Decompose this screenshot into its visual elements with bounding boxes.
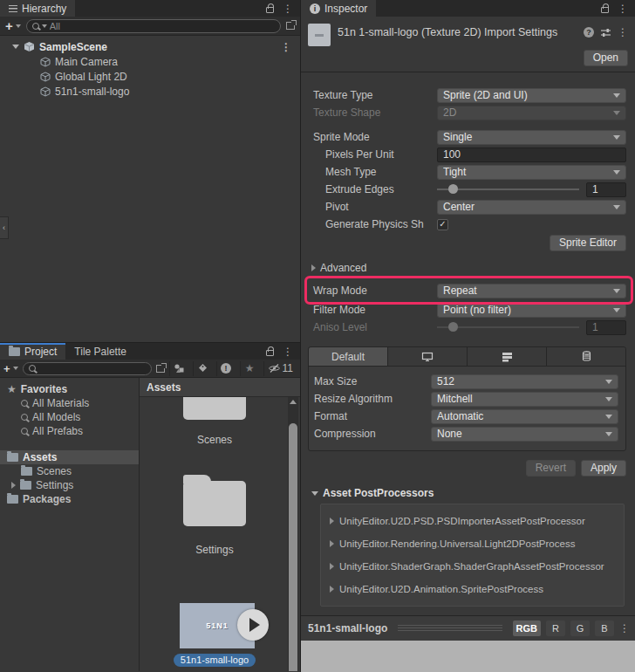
exclamation-icon: !	[221, 363, 231, 374]
favorite-all-materials[interactable]: All Materials	[0, 396, 139, 410]
format-dropdown[interactable]: Automatic	[431, 409, 618, 424]
scene-row[interactable]: SampleScene ⋮	[0, 39, 300, 54]
mesh-type-dropdown[interactable]: Tight	[437, 165, 626, 180]
search-by-type-button[interactable]	[169, 361, 188, 376]
folder-row-assets[interactable]: Assets	[0, 450, 139, 464]
advanced-foldout[interactable]: Advanced	[308, 261, 626, 275]
favorite-all-models[interactable]: All Models	[0, 410, 139, 424]
panel-menu-icon[interactable]: ⋮	[283, 346, 293, 357]
context-menu-icon[interactable]: ⋮	[618, 27, 628, 38]
filter-mode-dropdown[interactable]: Point (no filter)	[437, 303, 626, 318]
hierarchy-searchbox[interactable]	[26, 19, 281, 33]
search-by-label-button[interactable]	[193, 361, 212, 376]
extrude-edges-value[interactable]: 1	[586, 182, 626, 197]
scene-menu-icon[interactable]: ⋮	[281, 42, 300, 52]
wrap-mode-dropdown[interactable]: Repeat	[437, 284, 626, 298]
panel-collapse-handle[interactable]: ‹	[0, 216, 9, 239]
project-search-input[interactable]	[38, 363, 146, 374]
folder-row-settings[interactable]: Settings	[0, 478, 139, 492]
presets-icon[interactable]	[600, 28, 611, 38]
open-button[interactable]: Open	[584, 50, 628, 66]
create-object-button[interactable]: +	[5, 19, 21, 32]
panel-menu-icon[interactable]: ⋮	[618, 3, 628, 14]
settings-folder-thumbnail[interactable]	[183, 481, 246, 526]
resize-algorithm-dropdown[interactable]: Mitchell	[431, 392, 618, 407]
hidden-packages-button[interactable]: 11	[263, 361, 297, 376]
platform-settings-box: Default Max Size 512 Resize Algor	[308, 346, 626, 451]
assets-breadcrumb[interactable]: Assets	[140, 378, 300, 397]
platform-tab-standalone[interactable]	[388, 347, 468, 366]
scroll-up-icon[interactable]	[290, 400, 297, 404]
compression-dropdown[interactable]: None	[431, 427, 618, 442]
play-preview-icon[interactable]	[237, 609, 269, 641]
postprocessor-item[interactable]: UnityEditor.ShaderGraph.ShaderGraphAsset…	[326, 555, 618, 578]
tab-project[interactable]: Project	[0, 343, 65, 360]
pivot-dropdown[interactable]: Center	[437, 200, 626, 215]
field-label: Max Size	[309, 375, 431, 387]
panel-menu-icon[interactable]: ⋮	[283, 3, 293, 14]
apply-button[interactable]: Apply	[581, 460, 626, 477]
favorites-header[interactable]: ★ Favorites	[0, 382, 139, 396]
hierarchy-item-logo[interactable]: 51n1-small-logo	[0, 84, 300, 99]
search-popout-icon[interactable]	[156, 365, 165, 373]
grid-scrollbar[interactable]	[288, 397, 298, 671]
generate-physics-checkbox[interactable]: ✓	[437, 219, 448, 230]
postprocessor-item[interactable]: UnityEditor.U2D.Animation.SpritePostProc…	[326, 578, 618, 600]
postprocessor-item[interactable]: UnityEditor.Rendering.Universal.Light2DP…	[326, 532, 618, 555]
tab-tile-palette[interactable]: Tile Palette	[65, 343, 135, 360]
channel-g-button[interactable]: G	[570, 621, 590, 636]
search-filter-chevron-icon	[42, 24, 47, 28]
foldout-closed-icon[interactable]	[11, 482, 16, 489]
preview-menu-icon[interactable]: ⋮	[619, 623, 630, 634]
channel-b-button[interactable]: B	[595, 621, 614, 636]
lock-icon[interactable]	[266, 7, 274, 13]
preview-drag-handle[interactable]	[398, 625, 502, 632]
help-icon[interactable]: ?	[584, 27, 594, 38]
hierarchy-item-global-light[interactable]: Global Light 2D	[0, 69, 300, 84]
search-popout-icon[interactable]	[286, 22, 295, 30]
folder-row-packages[interactable]: Packages	[0, 492, 139, 506]
search-importlog-button[interactable]: !	[216, 361, 236, 376]
channel-rgb-button[interactable]: RGB	[513, 621, 541, 636]
scenes-folder-thumbnail[interactable]	[183, 397, 246, 420]
folder-label: Assets	[23, 451, 57, 463]
scenes-folder-label[interactable]: Scenes	[154, 434, 276, 446]
tab-inspector[interactable]: i Inspector	[301, 0, 376, 17]
favorite-all-prefabs[interactable]: All Prefabs	[0, 424, 139, 438]
platform-tab-default[interactable]: Default	[309, 347, 388, 366]
folder-icon	[9, 347, 20, 356]
chevron-down-icon	[613, 135, 620, 140]
project-searchbox[interactable]	[23, 362, 152, 375]
max-size-dropdown[interactable]: 512	[431, 374, 618, 389]
pixels-per-unit-field[interactable]: 100	[437, 147, 626, 162]
search-icon	[29, 365, 36, 372]
sprite-mode-dropdown[interactable]: Single	[437, 130, 626, 145]
sprite-editor-button[interactable]: Sprite Editor	[550, 235, 626, 251]
selected-asset-label[interactable]: 51n1-small-logo	[154, 654, 276, 667]
preview-title: 51n1-small-logo	[308, 622, 387, 634]
slider-knob[interactable]	[448, 184, 458, 194]
settings-folder-label[interactable]: Settings	[154, 544, 276, 556]
platform-tab-server[interactable]	[468, 347, 547, 366]
create-asset-button[interactable]: +	[3, 363, 18, 374]
extrude-edges-slider[interactable]	[437, 189, 579, 190]
postprocessors-foldout[interactable]: Asset PostProcessors	[308, 486, 626, 500]
tab-tile-palette-label: Tile Palette	[74, 346, 126, 358]
foldout-closed-icon	[330, 518, 334, 525]
tab-hierarchy[interactable]: Hierarchy	[0, 0, 75, 17]
lock-icon[interactable]	[266, 350, 274, 356]
chevron-down-icon	[605, 380, 612, 384]
foldout-open-icon[interactable]	[12, 45, 19, 49]
folder-row-scenes[interactable]: Scenes	[0, 464, 139, 478]
hierarchy-item-label: Global Light 2D	[55, 71, 127, 83]
aniso-level-row: Aniso Level 1	[308, 319, 626, 336]
platform-tab-webgl[interactable]	[547, 347, 625, 366]
postprocessor-item[interactable]: UnityEditor.U2D.PSD.PSDImporterAssetPost…	[326, 510, 618, 532]
texture-type-dropdown[interactable]: Sprite (2D and UI)	[437, 88, 626, 103]
hierarchy-item-main-camera[interactable]: Main Camera	[0, 54, 300, 69]
scrollbar-thumb[interactable]	[289, 423, 297, 671]
lock-icon[interactable]	[601, 7, 609, 13]
hierarchy-search-input[interactable]	[50, 21, 275, 31]
favorites-star-button[interactable]: ★	[240, 361, 259, 376]
channel-r-button[interactable]: R	[546, 621, 565, 636]
